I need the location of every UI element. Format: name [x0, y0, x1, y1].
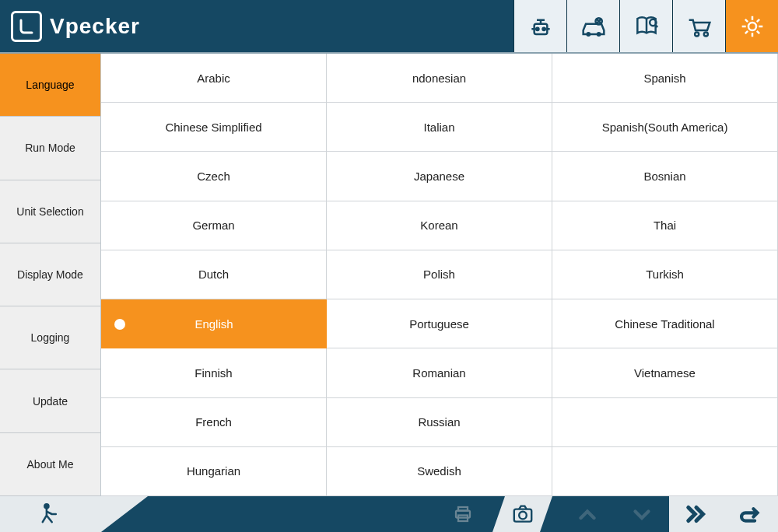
sidebar-item-about-me[interactable]: About Me: [0, 433, 100, 496]
header-toolbar: [513, 0, 778, 52]
svg-point-10: [44, 504, 48, 508]
language-option[interactable]: Polish: [327, 250, 552, 299]
language-option[interactable]: Finnish: [101, 348, 327, 397]
svg-point-8: [703, 32, 707, 36]
sidebar-item-label: Logging: [31, 331, 70, 344]
book-button[interactable]: [619, 0, 672, 52]
brand-box-icon: [11, 11, 42, 42]
language-option[interactable]: Italian: [327, 103, 552, 152]
sidebar-item-display-mode[interactable]: Display Mode: [0, 243, 100, 306]
print-button[interactable]: [433, 496, 492, 532]
capture-zone: [433, 496, 552, 532]
svg-point-15: [519, 512, 527, 520]
language-option[interactable]: Bosnian: [552, 152, 778, 201]
camera-button[interactable]: [492, 496, 552, 532]
sidebar-item-label: Update: [33, 395, 68, 408]
sidebar-item-label: Display Mode: [17, 268, 83, 281]
language-option[interactable]: German: [101, 201, 327, 250]
language-option[interactable]: Japanese: [327, 152, 552, 201]
svg-point-1: [536, 27, 538, 30]
language-option[interactable]: Portuguese: [327, 299, 552, 348]
settings-sidebar: Language Run Mode Unit Selection Display…: [0, 54, 101, 496]
sidebar-item-label: About Me: [27, 458, 74, 471]
language-option[interactable]: Korean: [327, 201, 552, 250]
language-option-selected[interactable]: English: [101, 299, 327, 348]
language-option[interactable]: Spanish: [552, 54, 778, 103]
language-option[interactable]: Chinese Simplified: [101, 103, 327, 152]
svg-point-3: [587, 33, 589, 35]
sidebar-item-unit-selection[interactable]: Unit Selection: [0, 180, 100, 243]
language-option[interactable]: French: [101, 398, 327, 447]
footer-bar: [0, 496, 778, 532]
sidebar-item-run-mode[interactable]: Run Mode: [0, 117, 100, 180]
diagnostics-button[interactable]: [513, 0, 566, 52]
language-option[interactable]: Thai: [552, 201, 778, 250]
down-button[interactable]: [615, 496, 669, 532]
svg-point-2: [542, 27, 545, 30]
brand-logo: Vpecker: [11, 11, 140, 42]
svg-point-9: [748, 23, 756, 30]
language-option[interactable]: Chinese Traditional: [552, 299, 778, 348]
language-option[interactable]: Romanian: [327, 348, 552, 397]
svg-rect-12: [458, 507, 468, 511]
sidebar-item-label: Language: [26, 79, 74, 91]
sidebar-item-logging[interactable]: Logging: [0, 306, 100, 369]
svg-point-7: [695, 32, 699, 36]
language-option[interactable]: ndonesian: [327, 54, 552, 103]
language-option[interactable]: [552, 398, 778, 447]
vehicle-button[interactable]: [566, 0, 619, 52]
settings-button[interactable]: [725, 0, 778, 52]
exit-button[interactable]: [0, 496, 101, 532]
language-option[interactable]: [552, 447, 778, 496]
language-option[interactable]: Turkish: [552, 250, 778, 299]
language-option[interactable]: Swedish: [327, 447, 552, 496]
main-area: Language Run Mode Unit Selection Display…: [0, 52, 778, 496]
language-option[interactable]: Spanish(South America): [552, 103, 778, 152]
sidebar-item-label: Run Mode: [25, 142, 75, 154]
brand-name: Vpecker: [50, 14, 140, 39]
language-option[interactable]: Dutch: [101, 250, 327, 299]
language-option[interactable]: Vietnamese: [552, 348, 778, 397]
language-option[interactable]: Russian: [327, 398, 552, 447]
language-option[interactable]: Czech: [101, 152, 327, 201]
language-option[interactable]: Arabic: [101, 54, 327, 103]
svg-point-4: [598, 33, 600, 35]
back-button[interactable]: [724, 496, 778, 532]
app-header: Vpecker: [0, 0, 778, 52]
sidebar-item-language[interactable]: Language: [0, 54, 100, 117]
language-option[interactable]: Hungarian: [101, 447, 327, 496]
sidebar-item-update[interactable]: Update: [0, 369, 100, 432]
forward-button[interactable]: [669, 496, 724, 532]
cart-button[interactable]: [672, 0, 725, 52]
sidebar-item-label: Unit Selection: [16, 205, 83, 218]
up-button[interactable]: [560, 496, 615, 532]
language-grid: Arabic ndonesian Spanish Chinese Simplif…: [101, 54, 778, 496]
